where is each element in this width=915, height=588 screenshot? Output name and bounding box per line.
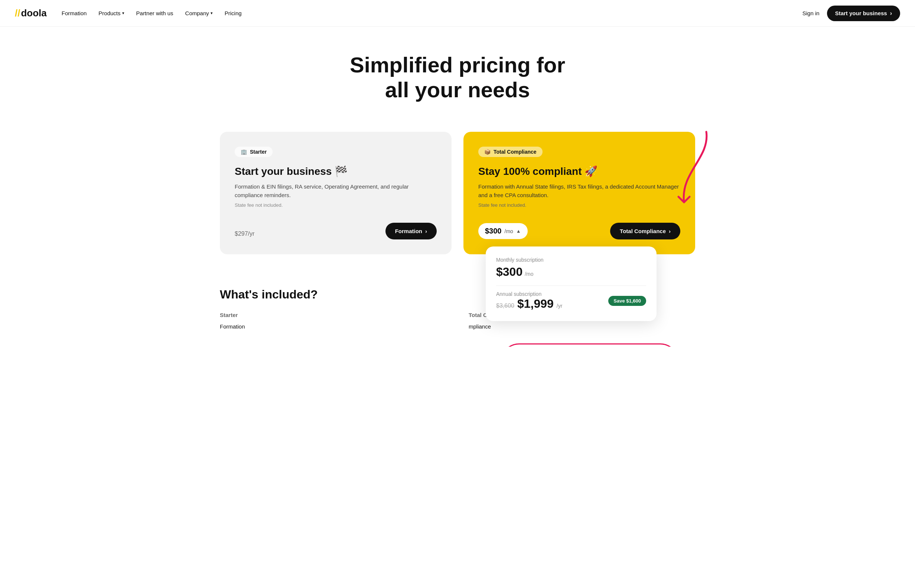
arrow-icon: › (669, 228, 671, 234)
nav-partner[interactable]: Partner with us (136, 10, 173, 16)
badge-icon: 📦 (484, 149, 491, 155)
annual-price-display: $3,600 $1,999 /yr (496, 297, 562, 311)
monthly-price-display: $300 /mo (496, 265, 646, 279)
hero-section: Simplified pricing for all your needs (0, 27, 915, 121)
logo[interactable]: // doola (15, 7, 47, 19)
navbar: // doola Formation Products ▾ Partner wi… (0, 0, 915, 27)
starter-note: State fee not included. (235, 202, 437, 208)
annual-per: /yr (557, 303, 563, 309)
monthly-label: Monthly subscription (496, 257, 646, 263)
price-dropdown: Monthly subscription $300 /mo Annual sub… (486, 247, 656, 321)
annual-label: Annual subscription (496, 291, 562, 297)
sign-in-link[interactable]: Sign in (802, 10, 820, 16)
compliance-title: Stay 100% compliant 🚀 (478, 165, 680, 178)
arrow-icon: › (425, 228, 427, 234)
chevron-down-icon: ▾ (122, 11, 124, 16)
starter-cta-button[interactable]: Formation › (385, 223, 437, 239)
price-value: $300 (485, 227, 502, 235)
included-starter-title: Starter (220, 312, 446, 318)
divider (496, 286, 646, 286)
starter-card: 🏢 Starter Start your business 🏁 Formatio… (220, 132, 451, 254)
start-business-button[interactable]: Start your business › (827, 6, 900, 21)
compliance-badge: 📦 Total Compliance (478, 147, 543, 157)
starter-desc: Formation & EIN filings, RA service, Ope… (235, 183, 437, 199)
compliance-card: 📦 Total Compliance Stay 100% compliant 🚀… (464, 132, 695, 254)
nav-products[interactable]: Products ▾ (99, 10, 124, 16)
save-badge: Save $1,600 (608, 296, 646, 306)
price-selector-button[interactable]: $300 /mo ▲ (478, 223, 528, 239)
arrow-icon: › (890, 10, 892, 17)
starter-title: Start your business 🏁 (235, 165, 437, 178)
compliance-footer: $300 /mo ▲ Total Compliance › (478, 223, 680, 239)
included-starter-col: Starter Formation (220, 312, 446, 332)
annual-row: Annual subscription $3,600 $1,999 /yr Sa… (496, 291, 646, 311)
nav-company[interactable]: Company ▾ (185, 10, 213, 16)
badge-icon: 🏢 (241, 149, 247, 155)
chevron-down-icon: ▾ (210, 11, 213, 16)
hero-title: Simplified pricing for all your needs (15, 53, 900, 102)
compliance-cta-button[interactable]: Total Compliance › (610, 223, 680, 239)
annual-info: Annual subscription $3,600 $1,999 /yr (496, 291, 562, 311)
starter-badge: 🏢 Starter (235, 147, 273, 157)
included-compliance-item: mpliance (469, 321, 695, 332)
logo-slashes: // (15, 7, 20, 19)
badge-label: Starter (250, 149, 267, 155)
nav-pricing[interactable]: Pricing (225, 10, 242, 16)
nav-formation[interactable]: Formation (61, 10, 87, 16)
nav-actions: Sign in Start your business › (802, 6, 900, 21)
price-per: /mo (504, 228, 513, 234)
compliance-desc: Formation with Annual State filings, IRS… (478, 183, 680, 199)
logo-text: doola (21, 7, 47, 19)
nav-links: Formation Products ▾ Partner with us Com… (61, 10, 802, 16)
compliance-note: State fee not included. (478, 202, 680, 208)
badge-label: Total Compliance (493, 149, 537, 155)
pricing-cards: 🏢 Starter Start your business 🏁 Formatio… (197, 121, 718, 265)
discounted-price: $1,999 (517, 297, 554, 311)
original-price: $3,600 (496, 302, 514, 309)
included-starter-item: Formation (220, 321, 446, 332)
chevron-up-icon: ▲ (516, 228, 521, 234)
starter-price: $297/yr (235, 223, 254, 239)
starter-footer: $297/yr Formation › (235, 223, 437, 239)
